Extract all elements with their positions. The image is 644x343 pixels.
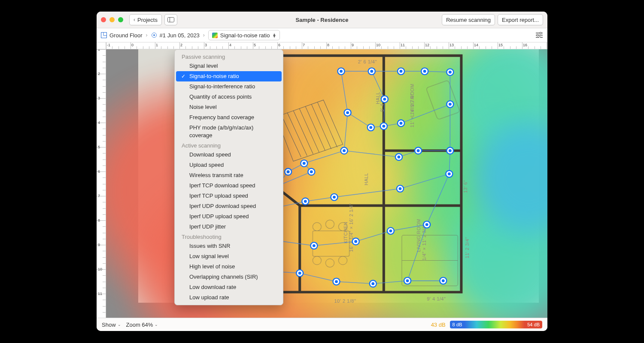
svg-point-94	[449, 71, 452, 74]
svg-point-115	[313, 244, 316, 247]
zoom-window-icon[interactable]	[118, 17, 123, 22]
chevron-right-icon: ›	[203, 32, 205, 38]
svg-line-84	[373, 281, 407, 284]
sliders-icon	[535, 32, 543, 38]
svg-point-23	[325, 220, 334, 229]
dropdown-item[interactable]: Quantity of access points	[175, 92, 283, 102]
svg-point-118	[425, 223, 428, 226]
svg-point-8	[537, 34, 538, 36]
svg-text:9' 4 1/4": 9' 4 1/4"	[427, 296, 446, 301]
legend-max: 54 dB	[525, 321, 542, 328]
svg-rect-0	[167, 18, 174, 22]
chevron-right-icon: ›	[146, 32, 148, 38]
dropdown-item[interactable]: Signal-to-noise ratio	[176, 71, 282, 81]
app-window: ‹ Projects Sample - Residence Resume sca…	[97, 12, 547, 331]
dropdown-item[interactable]: Download speed	[175, 150, 283, 160]
zoom-menu[interactable]: Zoom 64%⌄	[126, 322, 158, 328]
svg-point-93	[423, 70, 426, 73]
crumb-floor[interactable]: Ground Floor	[101, 32, 143, 39]
svg-text:10' 2 1/8": 10' 2 1/8"	[334, 298, 356, 303]
traffic-lights	[101, 17, 123, 22]
svg-text:16' 7 1/4" × 16' 2 1/4": 16' 7 1/4" × 16' 2 1/4"	[349, 203, 354, 252]
back-projects-button[interactable]: ‹ Projects	[129, 14, 162, 25]
svg-point-104	[449, 149, 452, 152]
svg-point-117	[389, 229, 392, 232]
ruler-origin	[97, 42, 106, 49]
svg-point-91	[370, 70, 373, 73]
dropdown-item[interactable]: Wireless transmit rate	[175, 170, 283, 181]
svg-point-10	[539, 36, 541, 38]
resume-scanning-button[interactable]: Resume scanning	[442, 14, 495, 25]
svg-line-65	[304, 150, 344, 163]
dropdown-item[interactable]: Iperf UDP download speed	[175, 201, 283, 211]
svg-text:11' 2 3/4": 11' 2 3/4"	[465, 237, 470, 259]
dropdown-item[interactable]: Iperf UDP jitter	[175, 222, 283, 232]
ruler-vertical: 1234567891011	[97, 49, 106, 318]
filter-sliders-button[interactable]	[535, 32, 543, 39]
svg-line-61	[344, 113, 348, 151]
svg-line-54	[341, 71, 348, 113]
dropdown-item[interactable]: Signal level	[175, 61, 283, 71]
metric-dropdown[interactable]: Passive scanningSignal levelSignal-to-no…	[174, 49, 283, 305]
svg-line-74	[400, 174, 449, 189]
crumb-survey[interactable]: #1 Jun 05, 2023	[151, 32, 200, 39]
svg-point-113	[448, 172, 451, 175]
svg-point-124	[442, 279, 445, 282]
dropdown-item[interactable]: Overlapping channels (SIR)	[175, 272, 283, 282]
svg-point-105	[303, 162, 306, 165]
current-value: 43 dB	[431, 322, 446, 328]
svg-line-73	[334, 189, 400, 197]
legend-gradient: 8 dB 54 dB	[450, 321, 542, 328]
dropdown-item[interactable]: Low upload rate	[175, 292, 283, 303]
stepper-icon: ▲▼	[272, 33, 276, 38]
svg-point-102	[398, 156, 401, 159]
canvas[interactable]: LIVING ROOM 11' × 14' 2 7/8" HALL 9' 4 3…	[106, 49, 547, 318]
svg-text:2' 6 1/4": 2' 6 1/4"	[358, 60, 377, 65]
dropdown-item[interactable]: Iperf TCP download speed	[175, 181, 283, 191]
sidebar-toggle-icon	[167, 17, 174, 22]
svg-point-111	[333, 196, 336, 199]
minimize-window-icon[interactable]	[109, 17, 115, 22]
metric-selector[interactable]: Signal-to-noise ratio ▲▼	[208, 30, 280, 40]
svg-point-110	[304, 200, 307, 203]
dropdown-item[interactable]: Upload speed	[175, 160, 283, 170]
svg-point-25	[313, 256, 321, 265]
dropdown-item[interactable]: Frequency band coverage	[175, 112, 283, 123]
svg-rect-2	[101, 33, 107, 38]
svg-line-72	[305, 197, 334, 202]
dropdown-group: Active scanning	[175, 141, 283, 150]
svg-point-27	[339, 256, 347, 265]
chevron-down-icon: ⌄	[118, 322, 121, 327]
svg-line-51	[427, 174, 449, 225]
svg-line-82	[300, 273, 336, 282]
svg-line-78	[356, 231, 391, 242]
dropdown-item[interactable]: PHY mode (a/b/g/n/ac/ax) coverage	[175, 123, 283, 141]
dropdown-item[interactable]: Noise level	[175, 102, 283, 112]
svg-text:HALL: HALL	[364, 173, 369, 185]
legend-scale	[465, 321, 525, 328]
back-label: Projects	[137, 17, 158, 23]
svg-point-90	[340, 70, 343, 73]
svg-line-58	[401, 104, 450, 123]
dropdown-item[interactable]: High level of noise	[175, 262, 283, 272]
export-report-button[interactable]: Export report...	[498, 14, 543, 25]
svg-point-116	[354, 240, 357, 243]
dropdown-item[interactable]: Low signal level	[175, 251, 283, 262]
dropdown-item[interactable]: Low download rate	[175, 282, 283, 292]
dropdown-group: Passive scanning	[175, 52, 283, 61]
svg-text:11' × 14' 2 7/8": 11' × 14' 2 7/8"	[410, 93, 415, 127]
show-menu[interactable]: Show⌄	[102, 322, 121, 328]
dropdown-item[interactable]: Issues with SNR	[175, 241, 283, 251]
svg-point-101	[343, 149, 346, 152]
svg-text:LIVING ROOM: LIVING ROOM	[416, 219, 421, 252]
svg-point-121	[335, 280, 338, 283]
dropdown-item[interactable]: Signal-to-interference ratio	[175, 81, 283, 92]
dropdown-item[interactable]: Iperf TCP upload speed	[175, 191, 283, 201]
ruler-horizontal: -101234567891011121314151617	[106, 42, 547, 49]
dropdown-group: Troubleshooting	[175, 232, 283, 241]
svg-point-103	[417, 149, 420, 152]
svg-point-26	[325, 259, 334, 268]
dropdown-item[interactable]: Iperf UDP upload speed	[175, 211, 283, 222]
panel-toggle-button[interactable]	[164, 14, 177, 25]
close-window-icon[interactable]	[101, 17, 106, 22]
